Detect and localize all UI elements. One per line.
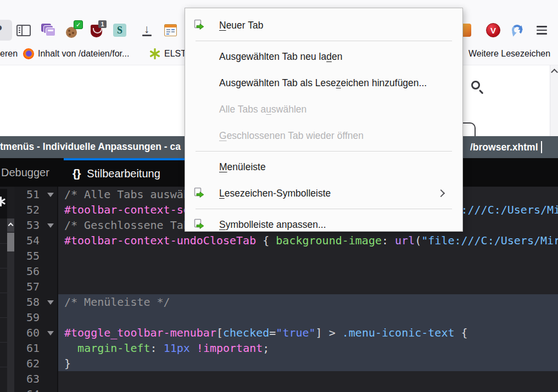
fold-arrow-icon	[47, 223, 54, 228]
downloads-button[interactable]: ↓	[139, 23, 154, 38]
menu-item-label: Geschlossenen Tab wieder öffnen	[219, 130, 364, 142]
code-text: }	[58, 356, 558, 371]
code-line[interactable]: 60#toggle_toolbar-menubar[checked="true"…	[0, 325, 558, 340]
code-line[interactable]: 56	[0, 264, 558, 279]
browser-window: ? ✓ 1 S ↓	[0, 0, 558, 392]
download-icon: ↓	[142, 24, 152, 36]
new-tab-page-arrow-icon	[193, 187, 205, 199]
document-url: /browser.xhtml	[470, 142, 538, 153]
code-text	[58, 264, 558, 279]
tab-debugger[interactable]: Debugger	[1, 158, 49, 187]
chevron-up-icon	[8, 223, 14, 228]
menu-item-label: Alle Tabs auswählen	[219, 104, 306, 115]
menu-item-reload-selected-tab[interactable]: Ausgewählten Tab neu laden	[185, 43, 462, 70]
menu-item-menu-bar[interactable]: Menüleiste	[185, 154, 462, 180]
extension-icon-partial[interactable]: ?	[0, 20, 12, 41]
stylus-extension-icon[interactable]: S	[112, 23, 127, 38]
code-text	[58, 279, 558, 294]
menu-item-undo-close-tab: Geschlossenen Tab wieder öffnen	[185, 122, 462, 149]
sidebar-icon	[16, 25, 31, 36]
scrollbar-up-button[interactable]	[7, 219, 14, 232]
menu-item-bookmark-selected-tab[interactable]: Ausgewählten Tab als Lesezeichen hinzufü…	[185, 70, 462, 96]
fold-toggle[interactable]	[44, 187, 58, 202]
ublock-origin-icon[interactable]: 1	[90, 23, 105, 38]
fold-gutter	[44, 387, 58, 392]
code-line[interactable]: 57	[0, 279, 558, 294]
menu-item-label: Neuer Tab	[219, 20, 263, 31]
form-extension-icon[interactable]	[163, 23, 178, 38]
new-tab-page-arrow-icon	[193, 219, 205, 231]
cookie-allowed-badge: ✓	[74, 20, 83, 29]
menu-item-new-tab[interactable]: Neuer Tab	[185, 12, 462, 38]
menu-item-label: Lesezeichen-Symbolleiste	[219, 188, 331, 199]
fold-toggle[interactable]	[44, 217, 58, 233]
new-tab-page-arrow-icon	[193, 19, 205, 31]
video-downloader-icon[interactable]: V	[486, 23, 501, 38]
scrollbar-thumb[interactable]	[7, 233, 14, 251]
fold-toggle[interactable]	[44, 325, 58, 340]
toolbar-context-menu: Neuer TabAusgewählten Tab neu ladenAusge…	[185, 8, 463, 232]
elster-star-icon	[149, 48, 160, 59]
braces-icon: {}	[72, 167, 80, 180]
menu-separator	[196, 209, 452, 209]
code-line[interactable]: 64	[0, 387, 558, 392]
fold-gutter	[44, 248, 58, 264]
page-title: tmenüs - Individuelle Anpassungen - ca	[0, 141, 181, 153]
more-bookmarks-button[interactable]: Weitere Lesezeichen	[468, 49, 550, 59]
fold-gutter	[44, 356, 58, 371]
code-text: margin-left: 11px !important;	[58, 340, 558, 356]
fold-arrow-icon	[47, 300, 54, 305]
submenu-chevron-icon	[437, 189, 445, 197]
sidebar-toggle-icon[interactable]	[16, 23, 31, 38]
sidebar-scrollbar[interactable]	[7, 219, 14, 392]
fold-arrow-icon	[47, 331, 54, 335]
fold-gutter	[44, 340, 58, 356]
firefox-favicon	[23, 48, 34, 59]
sync-icon[interactable]	[510, 23, 525, 38]
bookmark-item[interactable]: Inhalt von /dateien/for...	[23, 48, 129, 59]
stylesheet-item-partial[interactable]	[0, 189, 7, 219]
code-line[interactable]: 55	[0, 248, 558, 264]
menu-item-label: Menüleiste	[219, 161, 266, 173]
text-cursor	[541, 141, 542, 153]
menu-separator	[196, 41, 452, 41]
menu-item-label: Ausgewählten Tab neu laden	[219, 51, 342, 63]
menu-item-label: Symbolleiste anpassen...	[219, 219, 326, 231]
fold-arrow-icon	[47, 193, 54, 197]
code-line[interactable]: 61 margin-left: 11px !important;	[0, 340, 558, 356]
menu-item-select-all-tabs: Alle Tabs auswählen	[185, 96, 462, 122]
fold-gutter	[44, 310, 58, 325]
menu-separator	[196, 151, 452, 152]
bookmark-item-partial[interactable]: eren	[0, 49, 18, 59]
code-line[interactable]: 63	[0, 371, 558, 387]
fold-gutter	[44, 233, 58, 248]
code-text	[58, 371, 558, 387]
search-icon[interactable]	[471, 81, 486, 95]
star-icon	[0, 197, 5, 206]
ublock-badge: 1	[98, 20, 107, 28]
code-line[interactable]: 62}	[0, 356, 558, 371]
menu-item-bookmarks-toolbar[interactable]: Lesezeichen-Symbolleiste	[185, 180, 462, 206]
code-text	[58, 387, 558, 392]
page-scrollbar[interactable]	[550, 65, 558, 136]
fold-toggle[interactable]	[44, 294, 58, 310]
hamburger-icon	[537, 26, 547, 35]
cookie-extension-icon[interactable]: ✓	[66, 23, 81, 38]
code-text: /* Menüleiste */	[58, 294, 558, 310]
fold-gutter	[44, 371, 58, 387]
code-line[interactable]: 59	[0, 310, 558, 325]
menu-item-customize-toolbar[interactable]: Symbolleiste anpassen...	[185, 211, 462, 238]
menu-item-label: Ausgewählten Tab als Lesezeichen hinzufü…	[219, 77, 427, 89]
fold-gutter	[44, 279, 58, 294]
code-text	[58, 310, 558, 325]
session-windows-icon[interactable]	[41, 23, 56, 38]
tab-style-editor[interactable]: {} Stilbearbeitung	[64, 158, 199, 187]
app-menu-button[interactable]	[534, 23, 549, 38]
code-text: #toggle_toolbar-menubar[checked="true"] …	[58, 325, 558, 340]
code-line[interactable]: 58/* Menüleiste */	[0, 294, 558, 310]
scroll-up-arrow-icon	[551, 69, 558, 76]
code-text	[58, 248, 558, 264]
fold-gutter	[44, 202, 58, 217]
stylesheet-list-sliver	[0, 187, 14, 392]
fold-gutter	[44, 264, 58, 279]
